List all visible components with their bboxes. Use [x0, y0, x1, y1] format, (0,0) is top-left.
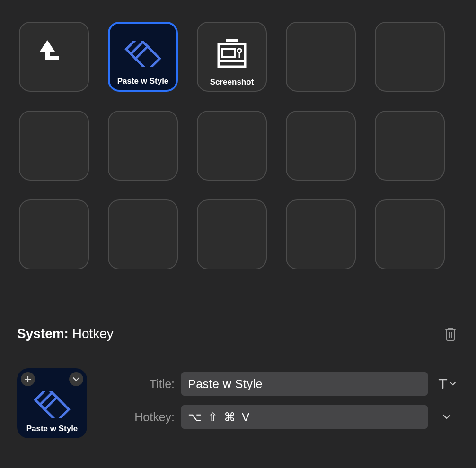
paste-style-icon	[32, 391, 72, 418]
trash-icon	[444, 326, 457, 341]
slot-6-empty[interactable]	[108, 111, 178, 181]
slot-3-empty[interactable]	[286, 22, 356, 92]
title-input[interactable]	[181, 372, 428, 396]
inspector-form: Title: Hotkey: ⌥ ⇧ ⌘ V	[101, 368, 459, 429]
slot-14-empty[interactable]	[375, 199, 445, 269]
svg-rect-5	[135, 46, 159, 67]
add-image-button[interactable]	[21, 372, 35, 386]
slot-12-empty[interactable]	[197, 199, 267, 269]
slot-2-screenshot[interactable]: Screenshot	[197, 22, 267, 92]
hotkey-field[interactable]: ⌥ ⇧ ⌘ V	[181, 405, 428, 429]
slot-11-empty[interactable]	[108, 199, 178, 269]
title-label: Title:	[101, 377, 175, 391]
svg-rect-1	[45, 56, 59, 60]
slot-1-paste-w-style[interactable]: Paste w Style	[108, 22, 178, 92]
hotkey-row: Hotkey: ⌥ ⇧ ⌘ V	[101, 405, 459, 429]
svg-rect-6	[226, 39, 238, 42]
chevron-down-icon	[450, 381, 456, 386]
chevron-down-icon	[442, 414, 451, 420]
paste-style-icon	[110, 35, 176, 73]
slot-13-empty[interactable]	[286, 199, 356, 269]
button-grid-area: Paste w Style Screenshot	[0, 0, 476, 303]
screenshot-icon	[198, 35, 266, 73]
svg-rect-14	[44, 397, 69, 418]
hotkey-value: ⌥ ⇧ ⌘ V	[188, 410, 251, 424]
title-format-button[interactable]	[434, 378, 459, 390]
svg-rect-8	[219, 60, 245, 62]
slot-label: Screenshot	[198, 78, 266, 86]
text-format-icon	[437, 378, 449, 390]
slot-label: Paste w Style	[110, 77, 176, 85]
slot-9-empty[interactable]	[375, 111, 445, 181]
plus-icon	[24, 375, 32, 383]
title-row: Title:	[101, 372, 459, 396]
button-grid: Paste w Style Screenshot	[19, 22, 457, 269]
inspector-header: System: Hotkey	[17, 324, 459, 355]
inspector-panel: System: Hotkey	[0, 303, 476, 438]
back-up-arrow-icon	[20, 35, 88, 73]
preview-menu-button[interactable]	[69, 372, 83, 386]
chevron-down-icon	[72, 377, 80, 381]
svg-marker-2	[40, 40, 55, 52]
hotkey-menu-button[interactable]	[434, 414, 459, 420]
preview-label: Paste w Style	[17, 424, 87, 433]
inspector-body: Paste w Style Title: Hotkey: ⌥ ⇧ ⌘	[17, 355, 459, 438]
section-name: Hotkey	[72, 326, 114, 341]
section-prefix: System:	[17, 326, 69, 341]
svg-rect-9	[222, 49, 235, 57]
slot-5-empty[interactable]	[19, 111, 89, 181]
slot-7-empty[interactable]	[197, 111, 267, 181]
slot-8-empty[interactable]	[286, 111, 356, 181]
svg-point-10	[238, 49, 241, 52]
delete-button[interactable]	[442, 324, 459, 343]
key-preview[interactable]: Paste w Style	[17, 368, 87, 438]
hotkey-label: Hotkey:	[101, 410, 175, 424]
inspector-title: System: Hotkey	[17, 326, 114, 341]
slot-4-empty[interactable]	[375, 22, 445, 92]
slot-10-empty[interactable]	[19, 199, 89, 269]
slot-0-back[interactable]	[19, 22, 89, 92]
